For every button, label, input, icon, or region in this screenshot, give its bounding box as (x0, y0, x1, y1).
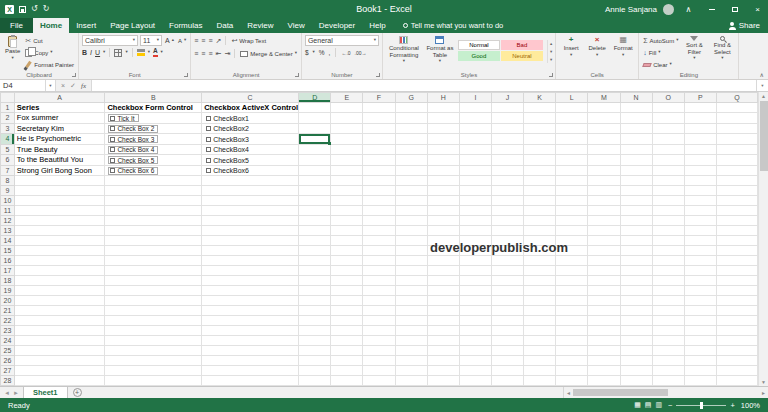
cell-I5[interactable] (459, 144, 491, 155)
cell-H20[interactable] (427, 296, 459, 306)
cell-A23[interactable] (14, 326, 105, 336)
cell-C13[interactable] (202, 226, 299, 236)
scroll-left-icon[interactable]: ◄ (566, 390, 571, 396)
cell-M23[interactable] (588, 326, 620, 336)
cell-N5[interactable] (620, 144, 652, 155)
row-header-5[interactable]: 5 (1, 144, 15, 155)
cell-E1[interactable] (331, 103, 363, 113)
cell-E2[interactable] (331, 113, 363, 124)
wrap-text-button[interactable]: ↩ Wrap Text (230, 35, 267, 46)
bold-button[interactable]: B (82, 49, 87, 56)
cell-G18[interactable] (395, 276, 427, 286)
form-checkbox[interactable]: Check Box 5 (108, 156, 158, 164)
cell-N12[interactable] (620, 216, 652, 226)
cell-Q6[interactable] (716, 155, 757, 166)
cell-A22[interactable] (14, 316, 105, 326)
cell-P20[interactable] (684, 296, 716, 306)
cell-P5[interactable] (684, 144, 716, 155)
cell-O5[interactable] (652, 144, 684, 155)
cell-G21[interactable] (395, 306, 427, 316)
cell-G4[interactable] (395, 134, 427, 145)
cell-G7[interactable] (395, 165, 427, 176)
cell-E27[interactable] (331, 366, 363, 376)
cell-N10[interactable] (620, 196, 652, 206)
cell-F7[interactable] (363, 165, 395, 176)
cell-B19[interactable] (105, 286, 202, 296)
cell-B6[interactable]: Check Box 5 (105, 155, 202, 166)
activex-checkbox[interactable]: CheckBox2 (206, 124, 249, 133)
cell-O13[interactable] (652, 226, 684, 236)
cell-C22[interactable] (202, 316, 299, 326)
cell-F15[interactable] (363, 246, 395, 256)
cell-O18[interactable] (652, 276, 684, 286)
cell-C1[interactable]: Checkbox ActiveX Control (202, 103, 299, 113)
cell-L11[interactable] (556, 206, 588, 216)
cell-O22[interactable] (652, 316, 684, 326)
orientation-icon[interactable]: ↗ (216, 37, 222, 44)
cell-K3[interactable] (524, 123, 556, 134)
cell-Q9[interactable] (716, 186, 757, 196)
cell-J26[interactable] (491, 356, 523, 366)
gallery-down-icon[interactable]: ▾ (550, 49, 552, 54)
cell-C28[interactable] (202, 376, 299, 386)
ribbon-tab-data[interactable]: Data (209, 18, 240, 33)
cell-B22[interactable] (105, 316, 202, 326)
paste-button[interactable]: Paste ▾ (3, 35, 22, 61)
cell-M8[interactable] (588, 176, 620, 186)
cell-P12[interactable] (684, 216, 716, 226)
cell-B18[interactable] (105, 276, 202, 286)
scroll-up-icon[interactable]: ▲ (761, 92, 766, 100)
cell-Q8[interactable] (716, 176, 757, 186)
form-checkbox[interactable]: Check Box 6 (108, 167, 158, 175)
cell-C11[interactable] (202, 206, 299, 216)
cell-P17[interactable] (684, 266, 716, 276)
cell-A28[interactable] (14, 376, 105, 386)
row-header-7[interactable]: 7 (1, 165, 15, 176)
cell-D13[interactable] (299, 226, 331, 236)
cell-G25[interactable] (395, 346, 427, 356)
cell-O26[interactable] (652, 356, 684, 366)
cell-L13[interactable] (556, 226, 588, 236)
cell-C17[interactable] (202, 266, 299, 276)
cell-M7[interactable] (588, 165, 620, 176)
cell-L1[interactable] (556, 103, 588, 113)
cell-N25[interactable] (620, 346, 652, 356)
number-format-select[interactable]: General ▾ (305, 35, 379, 46)
cell-J18[interactable] (491, 276, 523, 286)
cell-K22[interactable] (524, 316, 556, 326)
row-header-1[interactable]: 1 (1, 103, 15, 113)
cell-B20[interactable] (105, 296, 202, 306)
cell-J13[interactable] (491, 226, 523, 236)
normal-view-icon[interactable]: ▦ (634, 401, 641, 409)
cell-style-good[interactable]: Good (458, 51, 500, 61)
cell-J6[interactable] (491, 155, 523, 166)
cell-I16[interactable] (459, 256, 491, 266)
row-header-9[interactable]: 9 (1, 186, 15, 196)
cell-O7[interactable] (652, 165, 684, 176)
cell-K13[interactable] (524, 226, 556, 236)
cell-H7[interactable] (427, 165, 459, 176)
cell-G26[interactable] (395, 356, 427, 366)
cell-P13[interactable] (684, 226, 716, 236)
cell-D3[interactable] (299, 123, 331, 134)
zoom-slider-thumb[interactable] (700, 402, 703, 409)
cell-C26[interactable] (202, 356, 299, 366)
cell-F21[interactable] (363, 306, 395, 316)
cell-K7[interactable] (524, 165, 556, 176)
column-header-c[interactable]: C (202, 93, 299, 103)
cell-N3[interactable] (620, 123, 652, 134)
cell-F2[interactable] (363, 113, 395, 124)
next-sheet-icon[interactable]: ► (13, 390, 19, 396)
cell-A15[interactable] (14, 246, 105, 256)
cell-I17[interactable] (459, 266, 491, 276)
cell-O25[interactable] (652, 346, 684, 356)
cell-F3[interactable] (363, 123, 395, 134)
borders-button[interactable] (114, 49, 122, 57)
collapse-ribbon-icon[interactable]: ∧ (760, 71, 764, 78)
cell-P1[interactable] (684, 103, 716, 113)
cell-I7[interactable] (459, 165, 491, 176)
cell-A6[interactable]: To the Beautiful You (14, 155, 105, 166)
cell-J11[interactable] (491, 206, 523, 216)
cell-O15[interactable] (652, 246, 684, 256)
increase-indent-icon[interactable]: ⇥ (224, 50, 230, 57)
